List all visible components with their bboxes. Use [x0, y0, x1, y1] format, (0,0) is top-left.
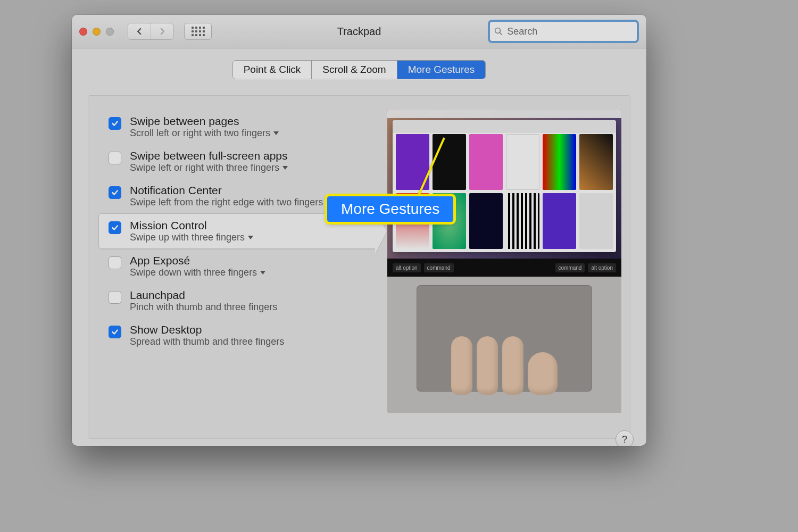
help-button[interactable]: ? — [616, 430, 634, 446]
gesture-option[interactable]: Swipe between full-screen appsSwipe left… — [99, 144, 376, 179]
option-subtitle[interactable]: Swipe left or right with three fingers — [130, 162, 288, 173]
checkbox[interactable] — [109, 186, 121, 199]
checkbox[interactable] — [109, 221, 121, 234]
tab-scroll-zoom[interactable]: Scroll & Zoom — [311, 61, 396, 79]
option-subtitle[interactable]: Swipe up with three fingers — [130, 232, 253, 243]
option-subtitle[interactable]: Swipe down with three fingers — [130, 267, 265, 278]
search-input[interactable] — [506, 26, 633, 38]
preview-trackpad-area — [387, 277, 621, 413]
touchbar-key: alt option — [588, 263, 616, 272]
touchbar-key: alt option — [393, 263, 421, 272]
traffic-lights — [79, 28, 114, 36]
preview-hand — [451, 336, 558, 395]
search-icon — [494, 27, 503, 36]
window-toolbar: Trackpad — [72, 15, 646, 48]
option-title: Swipe between pages — [130, 115, 279, 128]
checkbox[interactable] — [109, 291, 121, 304]
gesture-option[interactable]: Swipe between pagesScroll left or right … — [99, 110, 376, 144]
chevron-down-icon — [260, 271, 265, 275]
preview-touchbar: alt option command command alt option — [387, 259, 621, 277]
grid-icon — [192, 27, 205, 36]
touchbar-key: command — [555, 263, 585, 272]
gesture-option[interactable]: Show DesktopSpread with thumb and three … — [99, 318, 376, 353]
option-title: Launchpad — [130, 289, 277, 302]
content-area: Point & Click Scroll & Zoom More Gesture… — [72, 60, 646, 446]
option-title: App Exposé — [130, 254, 265, 267]
checkbox[interactable] — [109, 326, 121, 338]
zoom-icon — [106, 28, 114, 36]
touchbar-key: command — [424, 263, 454, 272]
search-field[interactable] — [488, 20, 639, 43]
close-icon[interactable] — [79, 28, 87, 36]
chevron-down-icon — [282, 166, 288, 170]
annotation-label: More Gestures — [327, 196, 453, 222]
option-title: Mission Control — [130, 219, 253, 232]
svg-point-0 — [495, 28, 501, 34]
back-button[interactable] — [128, 23, 151, 39]
forward-button[interactable] — [151, 23, 173, 39]
chevron-right-icon — [159, 28, 166, 35]
checkbox[interactable] — [109, 117, 121, 130]
gesture-option[interactable]: App ExposéSwipe down with three fingers — [99, 249, 376, 284]
minimize-icon[interactable] — [93, 28, 101, 36]
option-subtitle: Swipe left from the right edge with two … — [130, 197, 323, 208]
option-subtitle: Spread with thumb and three fingers — [130, 336, 284, 347]
option-title: Notification Center — [130, 184, 323, 197]
option-subtitle[interactable]: Scroll left or right with two fingers — [130, 128, 279, 139]
gesture-preview: alt option command command alt option — [387, 110, 621, 413]
preview-browser — [393, 120, 616, 252]
checkbox[interactable] — [109, 152, 121, 164]
gesture-options-list: Swipe between pagesScroll left or right … — [99, 110, 376, 353]
settings-panel: Swipe between pagesScroll left or right … — [88, 95, 630, 439]
gesture-option[interactable]: LaunchpadPinch with thumb and three fing… — [99, 284, 376, 318]
window-title: Trackpad — [337, 26, 381, 38]
tab-more-gestures[interactable]: More Gestures — [397, 61, 486, 79]
chevron-left-icon — [136, 28, 143, 35]
checkbox[interactable] — [109, 256, 121, 269]
chevron-down-icon — [273, 131, 279, 135]
option-title: Show Desktop — [130, 323, 284, 336]
tab-bar: Point & Click Scroll & Zoom More Gesture… — [72, 60, 646, 79]
nav-buttons — [128, 23, 173, 40]
preferences-window: Trackpad Point & Click Scroll & Zoom Mor… — [72, 15, 646, 446]
preview-trackpad — [417, 285, 592, 392]
tab-point-click[interactable]: Point & Click — [233, 61, 312, 79]
option-title: Swipe between full-screen apps — [130, 149, 288, 162]
option-subtitle: Pinch with thumb and three fingers — [130, 302, 277, 313]
chevron-down-icon — [248, 236, 253, 239]
show-all-button[interactable] — [184, 23, 212, 40]
svg-line-1 — [500, 32, 502, 35]
